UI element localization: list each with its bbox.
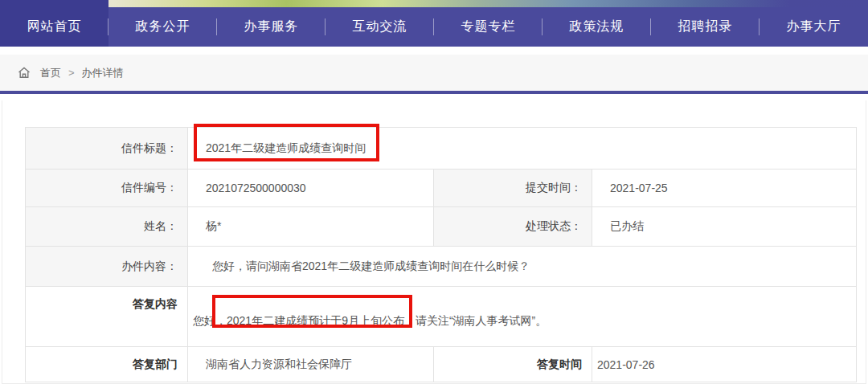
breadcrumb: 首页 > 办件详情 [0,55,868,94]
nav-item-interaction[interactable]: 互动交流 [326,7,434,47]
table-row-content: 办件内容： 您好，请问湖南省2021年二级建造师成绩查询时间在什么时候？ [26,247,857,287]
submit-time-label: 提交时间： [434,170,592,207]
content-label: 办件内容： [26,247,188,287]
letter-title-label: 信件标题： [26,128,188,170]
content-value: 您好，请问湖南省2021年二级建造师成绩查询时间在什么时候？ [188,247,857,287]
letter-number-value: 2021072500000030 [188,170,434,207]
reply-dept-value: 湖南省人力资源和社会保障厅 [188,347,434,382]
letter-title-value: 2021年二级建造师成绩查询时间 [188,128,857,170]
nav-item-gov-info[interactable]: 政务公开 [108,7,217,47]
main-navigation: 网站首页 政务公开 办事服务 互动交流 专题专栏 政策法规 招聘招录 办事大厅 [0,7,868,47]
table-row-number: 信件编号： 2021072500000030 提交时间： 2021-07-25 [26,170,857,207]
reply-label: 答复内容 [26,287,188,347]
letter-detail-table: 信件标题： 2021年二级建造师成绩查询时间 信件编号： 20210725000… [25,127,857,382]
nav-item-recruitment[interactable]: 招聘招录 [651,7,760,47]
nav-item-service-hall[interactable]: 办事大厅 [760,7,868,47]
nav-item-services[interactable]: 办事服务 [217,7,326,47]
reply-value: 您好，2021年二建成绩预计于9月上旬公布，请关注“湖南人事考试网”。 [188,287,857,347]
status-value: 已办结 [592,207,857,247]
nav-item-label: 政策法规 [570,18,624,35]
reply-text-suffix: 请关注“湖南人事考试网”。 [416,314,547,327]
name-label: 姓名： [26,207,188,247]
name-value: 杨* [188,207,434,247]
table-row-title: 信件标题： 2021年二级建造师成绩查询时间 [26,128,857,170]
nav-item-home[interactable]: 网站首页 [0,7,108,47]
status-label: 处理状态： [434,207,592,247]
table-row-reply: 答复内容 您好，2021年二建成绩预计于9月上旬公布，请关注“湖南人事考试网”。 [26,287,857,347]
submit-time-value: 2021-07-25 [592,170,857,207]
breadcrumb-current-page: 办件详情 [82,66,124,80]
reply-time-value: 2021-07-26 [592,347,857,382]
nav-item-label: 招聘招录 [678,18,733,35]
nav-item-label: 政务公开 [136,18,190,35]
nav-item-label: 互动交流 [353,18,407,35]
nav-item-label: 办事大厅 [787,18,841,35]
letter-number-label: 信件编号： [26,170,188,207]
nav-item-label: 办事服务 [244,18,299,35]
reply-text-prefix: 您好， [193,314,227,327]
reply-time-label: 答复时间 [434,347,592,382]
reply-dept-label: 答复部门 [26,347,188,382]
home-icon [18,67,31,79]
nav-item-label: 网站首页 [27,18,82,35]
nav-item-label: 专题专栏 [461,18,516,35]
banner-image [0,0,868,7]
reply-text-highlighted: 2021年二建成绩预计于9月上旬公布， [227,314,416,327]
letter-detail-panel: 信件标题： 2021年二级建造师成绩查询时间 信件编号： 20210725000… [2,100,866,384]
table-row-name: 姓名： 杨* 处理状态： 已办结 [26,207,857,247]
breadcrumb-home-link[interactable]: 首页 [40,66,61,80]
site-header: 网站首页 政务公开 办事服务 互动交流 专题专栏 政策法规 招聘招录 办事大厅 [0,0,868,47]
nav-item-special-topics[interactable]: 专题专栏 [434,7,542,47]
breadcrumb-separator: > [68,67,75,79]
table-row-department: 答复部门 湖南省人力资源和社会保障厅 答复时间 2021-07-26 [26,347,857,382]
nav-item-policies[interactable]: 政策法规 [542,7,651,47]
